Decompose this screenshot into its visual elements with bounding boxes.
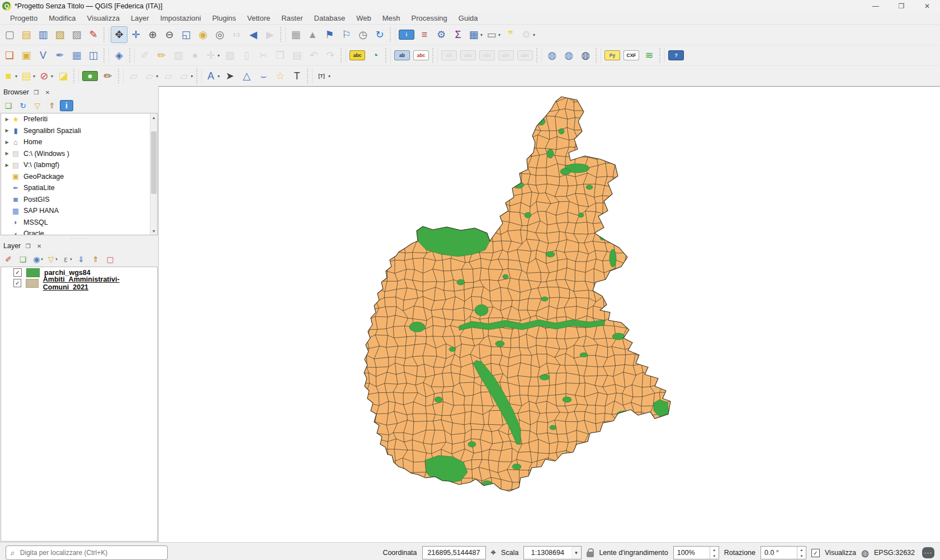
- menu-plugins[interactable]: Plugins: [206, 13, 242, 23]
- layout-manager-button[interactable]: ▨: [68, 26, 85, 43]
- osm-place-search-button[interactable]: ◉: [81, 68, 100, 84]
- browser-item-geopackage[interactable]: ▣GeoPackage: [1, 171, 157, 183]
- magnifier-spin-arrows[interactable]: ▲▼: [710, 547, 719, 559]
- style-manager-button[interactable]: ✎: [85, 26, 102, 43]
- menu-modifica[interactable]: Modifica: [43, 13, 81, 23]
- menu-processing[interactable]: Processing: [405, 13, 452, 23]
- browser-item-spatialite[interactable]: ✒SpatiaLite: [1, 182, 157, 194]
- new-map-view-button[interactable]: ▦: [287, 26, 304, 43]
- map-tips-button[interactable]: ❞: [502, 26, 519, 43]
- menu-raster[interactable]: Raster: [276, 13, 308, 23]
- zoom-to-selection-button[interactable]: ◉: [195, 26, 211, 43]
- add-selected-layers-button[interactable]: ❏: [2, 99, 15, 112]
- menu-web[interactable]: Web: [351, 13, 377, 23]
- metasearch-button[interactable]: ◍: [577, 47, 594, 64]
- web-add-layer-button[interactable]: ◍: [544, 47, 560, 64]
- filter-by-expression-button[interactable]: ε▾: [60, 253, 73, 265]
- python-console-button[interactable]: Py: [603, 47, 622, 64]
- manage-map-themes-button[interactable]: ◉▾: [31, 253, 44, 265]
- menu-guida[interactable]: Guida: [453, 13, 484, 23]
- browser-item-home[interactable]: ▶⌂Home: [1, 136, 157, 148]
- scale-value[interactable]: 1:1308694: [523, 546, 571, 559]
- browser-close-button[interactable]: ✕: [44, 89, 51, 96]
- new-temporary-scratch-layer-button[interactable]: ▦: [68, 47, 85, 64]
- layer-label[interactable]: Ambiti_Amministrativi-Comuni_2021: [43, 276, 157, 291]
- refresh-map-button[interactable]: ↻: [371, 26, 388, 43]
- line-annotation-button[interactable]: ⌣: [255, 68, 272, 84]
- temporal-controller-button[interactable]: ◷: [355, 26, 371, 43]
- browser-item-sap-hana[interactable]: ▦SAP HANA: [1, 205, 157, 217]
- browser-item-segnalibri-spaziali[interactable]: ▶▮Segnalibri Spaziali: [1, 125, 157, 137]
- layer-float-button[interactable]: ❐: [24, 243, 32, 249]
- browser-item-oracle[interactable]: ◖Oracle: [1, 228, 157, 235]
- magnifier-spinbox[interactable]: 100% ▲▼: [673, 546, 719, 559]
- create-annotation-layer-button[interactable]: A▾: [204, 68, 221, 84]
- select-features-button[interactable]: ■▾: [1, 68, 19, 84]
- form-annotation-button[interactable]: [T]▾: [314, 68, 332, 84]
- text-annotation-button[interactable]: T: [289, 68, 305, 84]
- menu-visualizza[interactable]: Visualizza: [82, 13, 125, 23]
- browser-item-postgis[interactable]: ◙PostGIS: [1, 194, 157, 206]
- new-mesh-layer-button[interactable]: ◫: [85, 47, 102, 64]
- add-group-button[interactable]: ❏: [17, 253, 29, 265]
- render-checkbox[interactable]: ✓: [811, 549, 820, 557]
- show-spatial-bookmarks-button[interactable]: ⚐: [338, 26, 355, 43]
- menu-mesh[interactable]: Mesh: [377, 13, 406, 23]
- identify-features-button[interactable]: i: [397, 26, 416, 43]
- expand-arrow-icon[interactable]: ▶: [3, 151, 11, 156]
- menu-vettore[interactable]: Vettore: [242, 13, 276, 23]
- menu-database[interactable]: Database: [309, 13, 351, 23]
- browser-float-button[interactable]: ❐: [32, 89, 40, 96]
- rotation-spinbox[interactable]: 0.0 ° ▲▼: [760, 546, 806, 559]
- statistical-summary-button[interactable]: Σ: [450, 26, 466, 43]
- expand-arrow-icon[interactable]: ▶: [3, 163, 11, 168]
- plugin-layers-button[interactable]: ≋: [641, 47, 658, 64]
- layer-close-button[interactable]: ✕: [35, 243, 43, 249]
- menu-impostazioni[interactable]: Impostazioni: [154, 13, 206, 23]
- new-3d-map-view-button[interactable]: ▲: [304, 26, 321, 43]
- select-features-by-value-button[interactable]: ▤▾: [19, 68, 37, 84]
- open-layer-styling-button[interactable]: ✐: [2, 253, 15, 265]
- expand-arrow-icon[interactable]: ▶: [3, 128, 11, 133]
- map-canvas[interactable]: [158, 86, 940, 542]
- new-spatialite-layer-button[interactable]: ✒: [51, 47, 68, 64]
- cxf-in-button[interactable]: CXF: [622, 47, 641, 64]
- new-project-button[interactable]: ▢: [1, 26, 18, 43]
- layer-visibility-checkbox[interactable]: ✓: [13, 268, 22, 277]
- pan-map-button[interactable]: ✥: [111, 26, 127, 43]
- new-virtual-layer-button[interactable]: ◈: [111, 47, 127, 64]
- polygon-annotation-button[interactable]: △: [238, 68, 255, 84]
- refresh-browser-button[interactable]: ↻: [17, 99, 29, 112]
- help-button[interactable]: ?: [667, 47, 686, 64]
- filter-legend-button[interactable]: ▽▾: [46, 253, 58, 265]
- layer-diagram-options-button[interactable]: ◔: [367, 47, 384, 64]
- collapse-all-button[interactable]: ⇑: [46, 99, 58, 112]
- menu-progetto[interactable]: Progetto: [4, 13, 43, 23]
- save-project-button[interactable]: ▥: [35, 26, 51, 43]
- new-print-layout-button[interactable]: ▧: [51, 26, 68, 43]
- panel-splitter[interactable]: ······: [0, 236, 158, 240]
- new-shapefile-layer-button[interactable]: V: [35, 47, 51, 64]
- browser-item-preferiti[interactable]: ▶★Preferiti: [1, 113, 157, 125]
- zoom-out-button[interactable]: ⊖: [161, 26, 178, 43]
- remove-layer-button[interactable]: ▢: [104, 253, 116, 265]
- restore-button[interactable]: ❐: [889, 0, 914, 12]
- minimize-button[interactable]: —: [863, 0, 889, 12]
- crs-globe-icon[interactable]: ◍: [861, 548, 869, 558]
- browser-item-mssql[interactable]: ◗MSSQL: [1, 217, 157, 229]
- attribute-table-button[interactable]: ▦▾: [466, 26, 484, 43]
- menu-layer[interactable]: Layer: [125, 13, 155, 23]
- processing-toolbox-button[interactable]: ⚙: [433, 26, 450, 43]
- select-by-location-button[interactable]: ◪: [55, 68, 72, 84]
- scale-combo[interactable]: 1:1308694 ▼: [523, 546, 582, 559]
- layer-item[interactable]: ✓Ambiti_Amministrativi-Comuni_2021: [1, 278, 157, 288]
- locator-input[interactable]: [19, 548, 163, 557]
- layer-labeling-options-button[interactable]: abc: [348, 47, 367, 64]
- close-button[interactable]: ✕: [914, 0, 940, 12]
- pin-labels-button[interactable]: ab: [393, 47, 412, 64]
- expand-arrow-icon[interactable]: ▶: [3, 117, 11, 122]
- lock-scale-icon[interactable]: [587, 552, 594, 557]
- scroll-down-icon[interactable]: ▼: [152, 227, 156, 235]
- expand-all-layers-button[interactable]: ⇓: [75, 253, 87, 265]
- filter-browser-button[interactable]: ▽: [31, 99, 44, 112]
